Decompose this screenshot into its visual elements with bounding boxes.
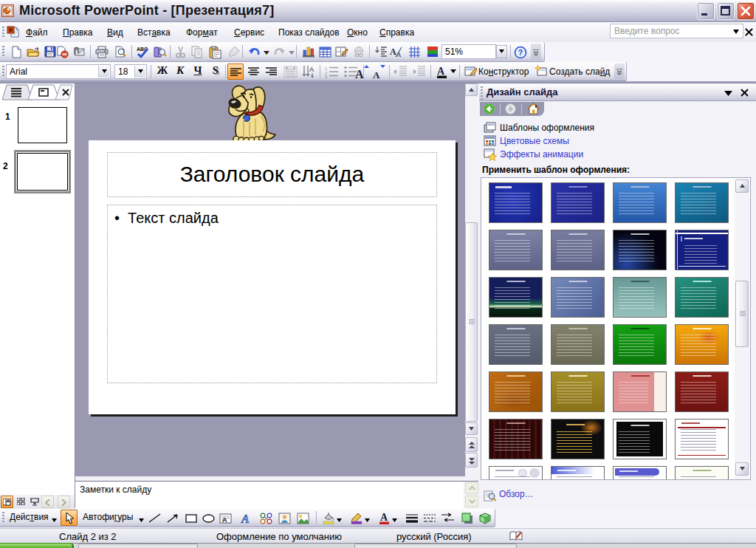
svg-text:A: A	[373, 69, 380, 79]
svg-text:A: A	[241, 513, 250, 524]
svg-text:A: A	[355, 68, 364, 79]
svg-text:А: А	[309, 66, 314, 73]
svg-text:A: A	[390, 47, 396, 57]
svg-text:3: 3	[325, 75, 328, 78]
svg-text:A: A	[380, 512, 388, 523]
svg-text:?: ?	[518, 48, 523, 57]
svg-text:А: А	[222, 516, 227, 524]
svg-text:A: A	[396, 51, 402, 58]
svg-text:A: A	[437, 66, 445, 77]
